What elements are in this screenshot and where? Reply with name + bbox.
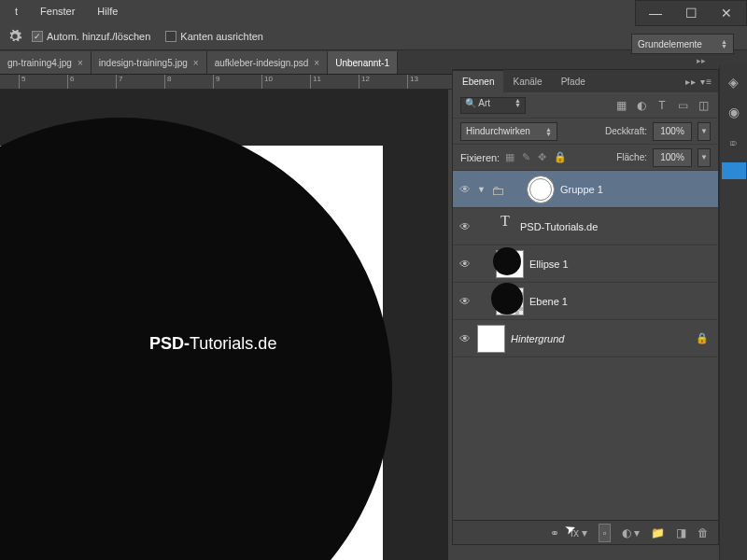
layer-name[interactable]: Gruppe 1	[560, 184, 603, 195]
layer-thumb[interactable]	[477, 325, 505, 353]
add-mask-icon[interactable]: ▫	[599, 524, 610, 542]
close-icon[interactable]: ×	[78, 58, 83, 68]
close-button[interactable]: ✕	[714, 5, 739, 21]
layer-row-group[interactable]: 👁 ▼ 🗀 Gruppe 1	[453, 171, 718, 208]
preset-label: Grundelemente	[638, 39, 702, 49]
blend-mode-dropdown[interactable]: Hindurchwirken▲▼	[460, 122, 557, 141]
layer-row[interactable]: 👁 Hintergrund 🔒	[453, 320, 718, 357]
filter-type-icon[interactable]: T	[655, 98, 669, 113]
menu-item[interactable]: t	[4, 6, 29, 17]
filter-adjust-icon[interactable]: ◐	[634, 98, 649, 113]
mask-thumb[interactable]	[527, 175, 555, 203]
close-icon[interactable]: ×	[193, 58, 199, 68]
lock-transparency-icon[interactable]: ▦	[505, 151, 514, 163]
visibility-toggle[interactable]: 👁	[458, 332, 472, 345]
visibility-toggle[interactable]: 👁	[458, 183, 472, 196]
layers-panel: Ebenen Kanäle Pfade ▸▸ ▾≡ 🔍 Art ▲▼ ▦ ◐ T…	[452, 69, 719, 545]
panel-menu-icon[interactable]: ▸▸ ▾≡	[680, 77, 718, 87]
chevron-updown-icon: ▲▼	[721, 39, 727, 49]
canvas-area[interactable]: PSD-Tutorials.de	[0, 90, 448, 560]
tab-channels[interactable]: Kanäle	[503, 70, 551, 92]
auto-add-delete-label: Autom. hinzuf./löschen	[47, 31, 150, 42]
opacity-label: Deckkraft:	[605, 126, 647, 136]
visibility-toggle[interactable]: 👁	[458, 295, 472, 308]
panel-tab-bar: Ebenen Kanäle Pfade ▸▸ ▾≡	[453, 70, 718, 92]
layer-name[interactable]: Ellipse 1	[529, 259, 569, 270]
filter-smart-icon[interactable]: ◫	[696, 98, 711, 113]
filter-pixel-icon[interactable]: ▦	[613, 98, 628, 113]
layer-thumb[interactable]	[496, 250, 524, 278]
lock-position-icon[interactable]: ✥	[538, 151, 546, 163]
paths-panel-icon[interactable]: ⎄	[725, 133, 743, 151]
layers-panel-footer: ⚭ fx ▾ ▫ ◐ ▾ 📁 ◨ 🗑	[453, 520, 718, 544]
tab-layers[interactable]: Ebenen	[453, 70, 503, 92]
layer-fx-icon[interactable]: fx ▾	[571, 526, 588, 539]
link-layers-icon[interactable]: ⚭	[550, 526, 559, 539]
adjustment-layer-icon[interactable]: ◐ ▾	[622, 526, 640, 539]
align-edges-label: Kanten ausrichten	[180, 31, 263, 42]
panel-dock: ◈ ◉ ⎄	[719, 65, 747, 560]
folder-icon: 🗀	[491, 183, 506, 196]
lock-label: Fixieren:	[460, 152, 500, 163]
filter-shape-icon[interactable]: ▭	[675, 98, 690, 113]
panel-collapse-arrows[interactable]: ▸▸	[685, 54, 717, 67]
close-icon[interactable]: ×	[314, 58, 319, 68]
channels-panel-icon[interactable]: ◉	[725, 103, 743, 121]
shape-preset-dropdown[interactable]: Grundelemente ▲▼	[631, 34, 734, 54]
visibility-toggle[interactable]: 👁	[458, 220, 472, 233]
window-controls: — ☐ ✕	[635, 0, 747, 26]
layer-row[interactable]: 👁 Ebene 1	[453, 283, 718, 320]
menu-item[interactable]: Fenster	[29, 6, 86, 17]
maximize-button[interactable]: ☐	[679, 5, 703, 21]
filter-type-dropdown[interactable]: 🔍 Art ▲▼	[460, 97, 526, 114]
tab-paths[interactable]: Pfade	[552, 70, 595, 92]
chevron-down-icon[interactable]: ▼	[477, 185, 486, 194]
document-tab[interactable]: indesign-training5.jpg×	[92, 51, 207, 74]
text-layer-icon: T	[496, 213, 514, 241]
panel-spacer[interactable]	[722, 162, 746, 179]
lock-pixels-icon[interactable]: ✎	[522, 151, 530, 163]
document-tab-active[interactable]: Unbenannt-1	[328, 51, 398, 74]
gear-icon[interactable]	[7, 29, 22, 44]
document-tab[interactable]: gn-training4.jpg×	[0, 51, 92, 74]
layer-name[interactable]: PSD-Tutorials.de	[520, 221, 598, 232]
layers-list: 👁 ▼ 🗀 Gruppe 1 👁 T PSD-Tutorials.de 👁 El…	[453, 171, 718, 520]
logo-text: PSD-Tutorials.de	[149, 334, 276, 354]
lock-all-icon[interactable]: 🔒	[554, 151, 567, 163]
layer-filter-row: 🔍 Art ▲▼ ▦ ◐ T ▭ ◫	[453, 92, 718, 119]
new-group-icon[interactable]: 📁	[651, 526, 665, 539]
layer-name[interactable]: Ebene 1	[529, 296, 568, 307]
auto-add-delete-checkbox[interactable]: ✓	[32, 31, 43, 42]
layer-row[interactable]: 👁 Ellipse 1	[453, 245, 718, 283]
blend-opacity-row: Hindurchwirken▲▼ Deckkraft: 100% ▼	[453, 119, 718, 145]
menu-item[interactable]: Hilfe	[86, 6, 129, 17]
layers-panel-icon[interactable]: ◈	[725, 73, 743, 91]
layer-row[interactable]: 👁 T PSD-Tutorials.de	[453, 208, 718, 245]
new-layer-icon[interactable]: ◨	[676, 526, 686, 539]
layer-name[interactable]: Hintergrund	[511, 333, 564, 344]
lock-icon: 🔒	[696, 332, 712, 344]
fill-flyout[interactable]: ▼	[698, 148, 711, 167]
document-tab[interactable]: aufkleber-indesign.psd×	[207, 51, 328, 74]
layer-thumb[interactable]	[496, 287, 524, 315]
fill-field[interactable]: 100%	[653, 148, 692, 167]
opacity-flyout[interactable]: ▼	[698, 122, 711, 141]
delete-layer-icon[interactable]: 🗑	[698, 526, 709, 539]
visibility-toggle[interactable]: 👁	[458, 258, 472, 271]
fill-label: Fläche:	[616, 152, 647, 162]
minimize-button[interactable]: —	[643, 5, 668, 21]
opacity-field[interactable]: 100%	[653, 122, 692, 141]
align-edges-checkbox[interactable]	[165, 31, 176, 42]
lock-fill-row: Fixieren: ▦ ✎ ✥ 🔒 Fläche: 100% ▼	[453, 145, 718, 171]
